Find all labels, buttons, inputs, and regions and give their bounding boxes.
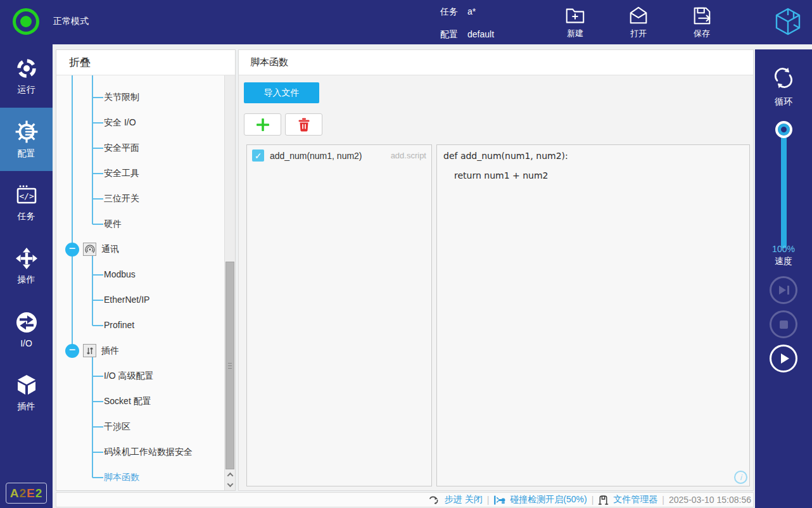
speed-slider-track[interactable] bbox=[781, 129, 787, 248]
import-file-button[interactable]: 导入文件 bbox=[244, 82, 319, 103]
task-config-block: 任务 a* 配置 default bbox=[440, 6, 494, 52]
topbar-actions: 新建 打开 保存 bbox=[557, 5, 720, 39]
info-icon: i bbox=[734, 471, 747, 484]
speed-label: 速度 bbox=[755, 256, 812, 267]
scroll-down-icon[interactable] bbox=[225, 480, 235, 490]
robot-mode-status: 正常模式 bbox=[13, 8, 89, 35]
script-list: ✓ add_num(num1, num2) add.script bbox=[246, 144, 432, 486]
open-file-icon bbox=[628, 5, 649, 27]
collapse-header[interactable]: 折叠 bbox=[56, 50, 235, 75]
tree-item-ethernet-ip[interactable]: EtherNet/IP bbox=[56, 288, 224, 313]
tree-item-interference-zone[interactable]: 干涉区 bbox=[56, 414, 224, 440]
nav-item-run[interactable]: 运行 bbox=[0, 44, 53, 108]
cube-icon bbox=[15, 374, 38, 397]
nav-item-io[interactable]: I/O bbox=[0, 298, 53, 361]
version-badge: A2E2 bbox=[6, 483, 47, 504]
add-function-button[interactable] bbox=[244, 113, 281, 136]
datetime: 2025-03-10 15:08:56 bbox=[669, 495, 751, 505]
stop-button[interactable] bbox=[770, 310, 797, 338]
tree-item-safety-tool[interactable]: 安全工具 bbox=[56, 161, 224, 186]
config-value: default bbox=[467, 29, 494, 40]
tree-item-safety-io[interactable]: 安全 I/O bbox=[56, 110, 224, 136]
checkbox-checked-icon[interactable]: ✓ bbox=[252, 149, 264, 162]
nav-item-task[interactable]: </> 任务 bbox=[0, 171, 53, 234]
io-arrows-icon bbox=[15, 311, 38, 334]
svg-text:</>: </> bbox=[19, 191, 34, 201]
config-tree: 关节限制 安全 I/O 安全平面 安全工具 三位开关 硬件 − 通讯 Modbu… bbox=[56, 75, 235, 490]
nav-item-config[interactable]: 配置 bbox=[0, 108, 53, 171]
tree-item-safety-plane[interactable]: 安全平面 bbox=[56, 136, 224, 161]
brand-logo-cube-icon bbox=[773, 6, 803, 37]
tree-item-joint-limits[interactable]: 关节限制 bbox=[56, 85, 224, 110]
mode-label: 正常模式 bbox=[53, 16, 89, 27]
code-preview[interactable]: def add_num(num1, num2): return num1 + n… bbox=[436, 144, 750, 486]
scroll-up-icon[interactable] bbox=[225, 470, 235, 479]
tree-item-socket-config[interactable]: Socket 配置 bbox=[56, 389, 224, 414]
plugin-io-icon bbox=[83, 344, 96, 357]
nav-item-operate[interactable]: 操作 bbox=[0, 234, 53, 298]
config-label: 配置 bbox=[440, 29, 458, 40]
status-bar: 步进 关闭 | 碰撞检测开启(50%) | 文件管理器 | 2025-03-10… bbox=[56, 492, 754, 507]
loop-cycle-icon bbox=[770, 65, 797, 91]
script-list-item[interactable]: ✓ add_num(num1, num2) add.script bbox=[247, 145, 431, 166]
status-ok-icon bbox=[13, 8, 39, 35]
file-manager-icon bbox=[598, 495, 609, 505]
tree-item-three-position-switch[interactable]: 三位开关 bbox=[56, 186, 224, 212]
save-button[interactable]: 保存 bbox=[684, 5, 720, 39]
collapse-toggle-icon[interactable]: − bbox=[65, 243, 79, 257]
collision-status[interactable]: 碰撞检测开启(50%) bbox=[510, 494, 587, 505]
step-status[interactable]: 步进 关闭 bbox=[445, 494, 483, 505]
move-arrows-icon bbox=[15, 247, 38, 270]
loop-label: 循环 bbox=[755, 96, 812, 108]
gear-icon bbox=[15, 120, 39, 144]
code-line: def add_num(num1, num2): bbox=[443, 151, 743, 161]
code-line: return num1 + num2 bbox=[443, 170, 743, 181]
speed-percent: 100% bbox=[755, 244, 812, 254]
antenna-icon bbox=[83, 243, 96, 256]
new-button[interactable]: 新建 bbox=[557, 5, 593, 39]
tree-item-script-function[interactable]: 脚本函数 bbox=[56, 465, 224, 490]
app-window: 正常模式 任务 a* 配置 default 新建 bbox=[0, 0, 812, 508]
right-control-rail: 循环 100% 速度 bbox=[755, 49, 812, 508]
speed-slider-handle[interactable] bbox=[775, 121, 792, 138]
file-manager-link[interactable]: 文件管理器 bbox=[613, 494, 657, 505]
save-icon bbox=[691, 5, 713, 27]
script-function-body: 导入文件 ✓ bbox=[239, 75, 753, 490]
function-signature: add_num(num1, num2) bbox=[270, 151, 385, 161]
topbar: 正常模式 任务 a* 配置 default 新建 bbox=[0, 0, 812, 44]
play-button[interactable] bbox=[770, 345, 797, 372]
config-tree-panel: 折叠 关节限制 安全 I/O 安全平面 安全工具 三位开关 硬件 − 通讯 bbox=[56, 49, 236, 491]
task-label: 任务 bbox=[440, 6, 458, 17]
run-target-icon bbox=[15, 57, 38, 80]
step-forward-button[interactable] bbox=[770, 276, 797, 304]
collision-detect-icon bbox=[493, 494, 505, 506]
nav-item-plugin[interactable]: 插件 bbox=[0, 361, 53, 424]
loop-control[interactable]: 循环 bbox=[755, 62, 812, 108]
code-window-icon: </> bbox=[15, 184, 38, 206]
tree-item-profinet[interactable]: Profinet bbox=[56, 313, 224, 338]
collapse-toggle-icon[interactable]: − bbox=[65, 344, 79, 358]
play-icon bbox=[781, 353, 789, 364]
script-filename: add.script bbox=[391, 151, 426, 160]
tree-item-palletizer-data-safety[interactable]: 码垛机工作站数据安全 bbox=[56, 440, 224, 465]
tree-item-hardware[interactable]: 硬件 bbox=[56, 212, 224, 237]
tree-item-io-advanced[interactable]: I/O 高级配置 bbox=[56, 364, 224, 389]
delete-function-button[interactable] bbox=[285, 113, 322, 136]
open-button[interactable]: 打开 bbox=[621, 5, 656, 39]
skip-icon bbox=[778, 286, 789, 295]
left-nav-rail: 运行 配置 bbox=[0, 44, 53, 508]
tree-item-plugin[interactable]: − 插件 bbox=[56, 338, 224, 364]
task-value: a* bbox=[467, 6, 476, 17]
tree-item-modbus[interactable]: Modbus bbox=[56, 262, 224, 288]
page-title: 脚本函数 bbox=[239, 50, 753, 75]
script-function-panel: 脚本函数 导入文件 bbox=[238, 49, 754, 491]
new-file-icon bbox=[564, 5, 586, 27]
tree-item-communication[interactable]: − 通讯 bbox=[56, 237, 224, 262]
trash-icon bbox=[298, 118, 310, 132]
scrollbar-thumb[interactable] bbox=[225, 262, 234, 469]
stop-icon bbox=[780, 321, 788, 329]
plus-icon bbox=[255, 117, 270, 132]
step-mode-icon bbox=[429, 494, 440, 505]
tree-scrollbar[interactable] bbox=[224, 75, 235, 490]
